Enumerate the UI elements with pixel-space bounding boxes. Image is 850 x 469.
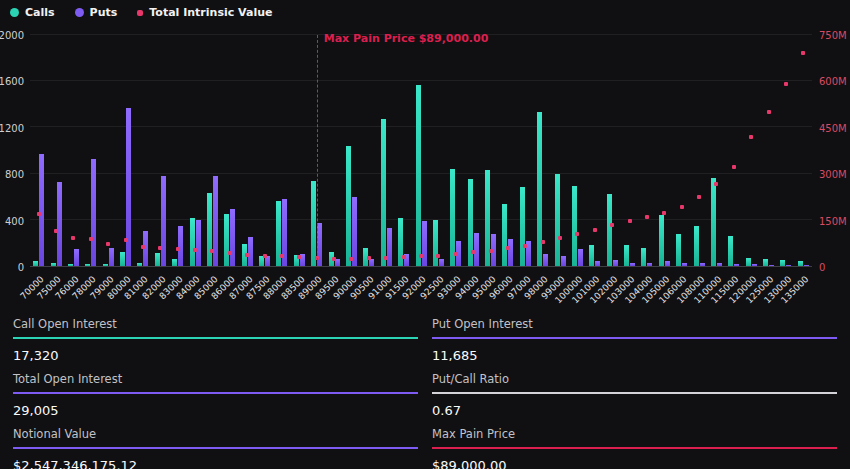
intrinsic-value-point[interactable]: [280, 254, 284, 258]
put-bar[interactable]: [352, 197, 357, 266]
intrinsic-value-point[interactable]: [332, 257, 336, 261]
intrinsic-value-point[interactable]: [680, 205, 684, 209]
call-bar[interactable]: [68, 264, 73, 266]
put-bar[interactable]: [109, 248, 114, 266]
call-bar[interactable]: [207, 193, 212, 266]
put-bar[interactable]: [39, 154, 44, 266]
call-bar[interactable]: [172, 259, 177, 266]
put-bar[interactable]: [474, 233, 479, 266]
call-bar[interactable]: [155, 253, 160, 266]
put-bar[interactable]: [561, 256, 566, 266]
call-bar[interactable]: [33, 261, 38, 266]
put-bar[interactable]: [508, 239, 513, 266]
intrinsic-value-point[interactable]: [541, 240, 545, 244]
call-bar[interactable]: [711, 178, 716, 266]
intrinsic-value-point[interactable]: [784, 82, 788, 86]
call-bar[interactable]: [416, 85, 421, 266]
intrinsic-value-point[interactable]: [141, 245, 145, 249]
put-bar[interactable]: [647, 263, 652, 266]
intrinsic-value-point[interactable]: [749, 135, 753, 139]
intrinsic-value-point[interactable]: [489, 249, 493, 253]
put-bar[interactable]: [74, 249, 79, 266]
intrinsic-value-point[interactable]: [645, 215, 649, 219]
intrinsic-value-point[interactable]: [558, 236, 562, 240]
call-bar[interactable]: [659, 215, 664, 266]
call-bar[interactable]: [555, 174, 560, 266]
legend-item-calls[interactable]: Calls: [10, 6, 55, 19]
call-bar[interactable]: [624, 245, 629, 266]
put-bar[interactable]: [734, 264, 739, 266]
put-bar[interactable]: [682, 263, 687, 266]
intrinsic-value-point[interactable]: [384, 256, 388, 260]
intrinsic-value-point[interactable]: [662, 211, 666, 215]
call-bar[interactable]: [641, 248, 646, 266]
call-bar[interactable]: [433, 220, 438, 266]
call-bar[interactable]: [346, 146, 351, 266]
put-bar[interactable]: [91, 159, 96, 266]
intrinsic-value-point[interactable]: [37, 212, 41, 216]
put-bar[interactable]: [543, 254, 548, 266]
intrinsic-value-point[interactable]: [263, 254, 267, 258]
call-bar[interactable]: [51, 263, 56, 266]
call-bar[interactable]: [763, 259, 768, 266]
intrinsic-value-point[interactable]: [714, 182, 718, 186]
call-bar[interactable]: [520, 187, 525, 266]
legend-item-puts[interactable]: Puts: [75, 6, 118, 19]
put-bar[interactable]: [717, 263, 722, 266]
put-bar[interactable]: [786, 265, 791, 266]
put-bar[interactable]: [595, 261, 600, 266]
put-bar[interactable]: [126, 108, 131, 266]
call-bar[interactable]: [502, 204, 507, 266]
put-bar[interactable]: [178, 226, 183, 266]
intrinsic-value-point[interactable]: [767, 110, 771, 114]
call-bar[interactable]: [137, 263, 142, 266]
call-bar[interactable]: [780, 260, 785, 266]
call-bar[interactable]: [798, 261, 803, 266]
intrinsic-value-point[interactable]: [54, 229, 58, 233]
intrinsic-value-point[interactable]: [349, 257, 353, 261]
intrinsic-value-point[interactable]: [610, 223, 614, 227]
intrinsic-value-point[interactable]: [454, 252, 458, 256]
intrinsic-value-point[interactable]: [245, 253, 249, 257]
intrinsic-value-point[interactable]: [593, 228, 597, 232]
put-bar[interactable]: [230, 209, 235, 266]
intrinsic-value-point[interactable]: [436, 254, 440, 258]
put-bar[interactable]: [665, 261, 670, 266]
call-bar[interactable]: [190, 218, 195, 267]
intrinsic-value-point[interactable]: [697, 195, 701, 199]
put-bar[interactable]: [248, 237, 253, 266]
intrinsic-value-point[interactable]: [801, 51, 805, 55]
call-bar[interactable]: [85, 264, 90, 266]
intrinsic-value-point[interactable]: [628, 219, 632, 223]
call-bar[interactable]: [224, 214, 229, 266]
put-bar[interactable]: [387, 228, 392, 266]
intrinsic-value-point[interactable]: [732, 165, 736, 169]
put-bar[interactable]: [578, 249, 583, 266]
intrinsic-value-point[interactable]: [506, 246, 510, 250]
intrinsic-value-point[interactable]: [471, 250, 475, 254]
put-bar[interactable]: [57, 182, 62, 266]
put-bar[interactable]: [613, 260, 618, 266]
intrinsic-value-point[interactable]: [71, 236, 75, 240]
put-bar[interactable]: [196, 220, 201, 266]
intrinsic-value-point[interactable]: [228, 251, 232, 255]
call-bar[interactable]: [746, 258, 751, 266]
put-bar[interactable]: [752, 264, 757, 266]
call-bar[interactable]: [589, 245, 594, 266]
call-bar[interactable]: [311, 181, 316, 266]
put-bar[interactable]: [369, 259, 374, 266]
intrinsic-value-point[interactable]: [158, 246, 162, 250]
call-bar[interactable]: [381, 119, 386, 266]
call-bar[interactable]: [676, 234, 681, 266]
put-bar[interactable]: [769, 265, 774, 266]
put-bar[interactable]: [422, 221, 427, 266]
intrinsic-value-point[interactable]: [89, 237, 93, 241]
call-bar[interactable]: [103, 264, 108, 266]
legend-item-total-intrinsic-value[interactable]: Total Intrinsic Value: [137, 6, 272, 19]
intrinsic-value-point[interactable]: [124, 238, 128, 242]
put-bar[interactable]: [630, 263, 635, 266]
call-bar[interactable]: [572, 186, 577, 266]
intrinsic-value-point[interactable]: [106, 242, 110, 246]
intrinsic-value-point[interactable]: [402, 255, 406, 259]
call-bar[interactable]: [728, 236, 733, 266]
